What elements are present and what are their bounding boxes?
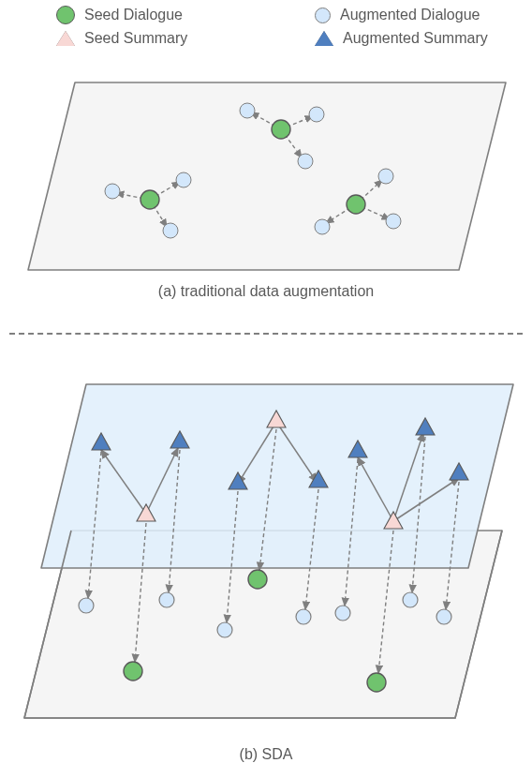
augmented-summary-icon <box>315 31 333 46</box>
legend-label: Seed Summary <box>84 30 187 47</box>
svg-point-3 <box>240 103 255 118</box>
svg-point-39 <box>159 592 174 607</box>
legend: Seed Dialogue Augmented Dialogue Seed Su… <box>56 6 530 52</box>
svg-point-6 <box>272 120 290 139</box>
svg-point-13 <box>140 190 159 209</box>
svg-point-47 <box>367 673 386 692</box>
diagram-b <box>19 364 515 739</box>
legend-item-seed-summary: Seed Summary <box>56 30 272 47</box>
svg-point-42 <box>335 606 350 621</box>
seed-dialogue-icon <box>56 6 75 24</box>
svg-point-4 <box>309 107 324 122</box>
svg-point-38 <box>79 598 94 613</box>
section-divider <box>9 333 523 335</box>
svg-point-5 <box>298 154 313 169</box>
svg-point-44 <box>436 609 451 624</box>
svg-point-41 <box>296 609 311 624</box>
diagram-a <box>19 73 515 279</box>
legend-label: Seed Dialogue <box>84 7 183 23</box>
svg-point-43 <box>403 592 418 607</box>
svg-point-11 <box>176 172 191 187</box>
svg-point-19 <box>386 214 401 229</box>
legend-item-seed-dialogue: Seed Dialogue <box>56 6 272 24</box>
caption-b: (b) SDA <box>0 746 532 763</box>
svg-point-45 <box>124 662 142 681</box>
svg-point-18 <box>378 169 393 184</box>
svg-point-10 <box>105 184 120 199</box>
legend-item-augmented-dialogue: Augmented Dialogue <box>315 7 530 23</box>
svg-point-20 <box>347 195 365 214</box>
caption-a: (a) traditional data augmentation <box>0 283 532 300</box>
legend-item-augmented-summary: Augmented Summary <box>315 30 530 47</box>
legend-label: Augmented Summary <box>343 30 488 47</box>
svg-point-40 <box>217 622 232 637</box>
svg-point-46 <box>248 570 267 589</box>
legend-label: Augmented Dialogue <box>340 7 480 23</box>
augmented-dialogue-icon <box>315 7 331 23</box>
seed-summary-icon <box>56 31 75 46</box>
svg-point-17 <box>315 219 330 234</box>
svg-point-12 <box>163 223 178 238</box>
